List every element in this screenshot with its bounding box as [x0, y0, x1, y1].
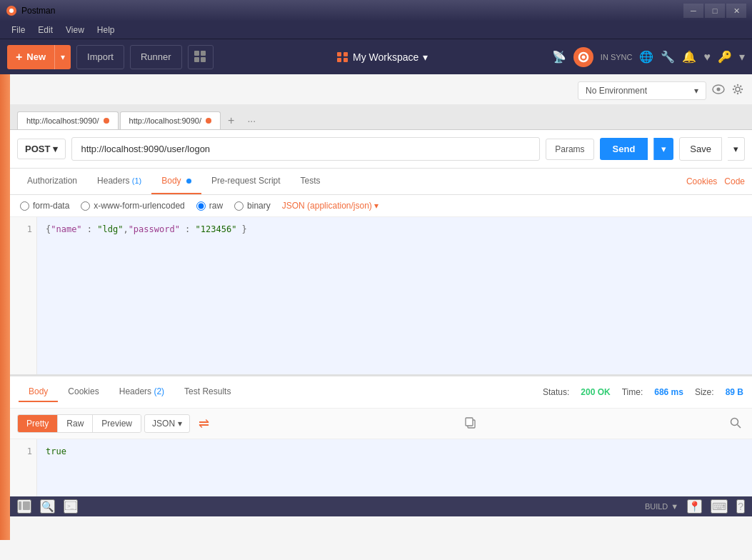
resp-raw-button[interactable]: Raw [58, 415, 93, 432]
resp-tab-headers[interactable]: Headers (2) [109, 382, 174, 402]
close-button[interactable]: ✕ [726, 4, 746, 18]
maximize-button[interactable]: □ [705, 4, 725, 18]
toolbar-right: 📡 IN SYNC 🌐 🔧 🔔 ♥ 🔑 ▾ [552, 47, 745, 67]
postman-icon [6, 5, 17, 16]
headers-badge: (1) [132, 176, 141, 185]
request-tab-1[interactable]: http://localhost:9090/ [17, 111, 119, 129]
tab-headers[interactable]: Headers (1) [87, 169, 151, 194]
method-selector[interactable]: POST ▾ [17, 139, 66, 159]
resp-tab-test-results[interactable]: Test Results [174, 382, 241, 402]
raw-radio[interactable] [196, 201, 206, 211]
url-encoded-radio[interactable] [81, 201, 90, 211]
cookies-link[interactable]: Cookies [686, 176, 717, 186]
wrench-icon[interactable]: 🔧 [661, 50, 675, 64]
help-bottom-button[interactable]: ? [736, 499, 745, 514]
resp-tab-body[interactable]: Body [19, 382, 58, 402]
resp-json-arrow: ▾ [178, 419, 182, 429]
code-content[interactable]: {"name" : "ldg","password" : "123456" } [37, 217, 752, 374]
svg-point-10 [717, 88, 721, 91]
settings-dropdown-icon[interactable]: ▾ [739, 50, 745, 64]
raw-option[interactable]: raw [196, 201, 223, 211]
minimize-button[interactable]: ─ [683, 4, 703, 18]
tab-body[interactable]: Body [151, 169, 201, 194]
svg-text:>_: >_ [67, 503, 74, 509]
runner-button[interactable]: Runner [130, 45, 182, 69]
save-button[interactable]: Save [679, 137, 722, 161]
search-bottom-button[interactable]: 🔍 [40, 499, 55, 514]
satellite-icon[interactable]: 📡 [552, 50, 566, 64]
panel-toggle-button[interactable] [17, 499, 31, 514]
line-number-1: 1 [14, 223, 32, 236]
params-button[interactable]: Params [546, 139, 593, 160]
heart-icon[interactable]: ♥ [703, 51, 711, 64]
svg-point-22 [731, 418, 738, 425]
svg-point-14 [733, 89, 734, 90]
new-button[interactable]: + New ▾ [7, 45, 71, 69]
build-arrow: ▼ [671, 502, 678, 511]
sync-status-badge [573, 47, 593, 67]
add-tab-button[interactable]: + [222, 112, 240, 129]
svg-point-8 [581, 55, 585, 59]
menu-help[interactable]: Help [91, 24, 121, 36]
tab-authorization[interactable]: Authorization [17, 169, 87, 194]
resp-pretty-button[interactable]: Pretty [18, 415, 58, 432]
menu-view[interactable]: View [60, 24, 90, 36]
toolbar: + New ▾ Import Runner My Workspace ▾ 📡 [0, 39, 752, 74]
tab1-url: http://localhost:9090/ [26, 116, 99, 125]
gear-icon [732, 84, 743, 95]
status-label: Status: [543, 387, 569, 397]
resp-code-content[interactable]: true [37, 439, 752, 496]
svg-point-19 [734, 91, 736, 93]
location-button[interactable]: 📍 [687, 499, 702, 514]
environment-selector[interactable]: No Environment ▾ [578, 81, 706, 100]
form-data-radio[interactable] [20, 201, 29, 211]
form-data-option[interactable]: form-data [20, 201, 69, 211]
more-tabs-button[interactable]: ··· [241, 112, 261, 129]
svg-point-15 [741, 89, 743, 90]
environment-section: No Environment ▾ [10, 74, 752, 100]
resp-copy-button[interactable] [461, 414, 480, 434]
workspace-dropdown-arrow: ▾ [423, 51, 428, 63]
env-icons [711, 82, 745, 99]
menu-file[interactable]: File [6, 24, 31, 36]
binary-radio[interactable] [234, 201, 244, 211]
env-settings-button[interactable] [731, 82, 745, 99]
resp-wrap-button[interactable]: ⇌ [193, 413, 215, 434]
sync-button[interactable] [188, 45, 214, 69]
key-icon[interactable]: 🔑 [718, 50, 732, 64]
keyboard-button[interactable]: ⌨ [711, 499, 728, 514]
resp-search-button[interactable] [726, 414, 745, 434]
resp-preview-button[interactable]: Preview [93, 415, 141, 432]
menu-edit[interactable]: Edit [32, 24, 59, 36]
tab-tests[interactable]: Tests [291, 169, 331, 194]
bell-icon[interactable]: 🔔 [682, 50, 696, 64]
send-dropdown-button[interactable]: ▾ [653, 138, 673, 160]
resp-line-1: true [46, 446, 66, 456]
url-input[interactable] [71, 137, 540, 161]
request-tab-2[interactable]: http://localhost:9090/ [120, 111, 221, 129]
code-line-1: {"name" : "ldg","password" : "123456" } [46, 223, 743, 236]
tab1-dot [104, 118, 109, 124]
code-link[interactable]: Code [724, 176, 745, 186]
sync-badge-icon [576, 49, 591, 65]
time-label: Time: [622, 387, 643, 397]
new-button-dropdown[interactable]: ▾ [55, 45, 71, 69]
send-button[interactable]: Send [600, 138, 648, 160]
tab2-url: http://localhost:9090/ [129, 116, 202, 125]
new-button-main[interactable]: + New [7, 45, 55, 69]
url-encoded-option[interactable]: x-www-form-urlencoded [81, 201, 184, 211]
tab-bar: http://localhost:9090/ http://localhost:… [10, 104, 752, 130]
globe-icon[interactable]: 🌐 [639, 50, 653, 64]
binary-option[interactable]: binary [234, 201, 271, 211]
env-eye-button[interactable] [711, 83, 726, 99]
workspace-selector[interactable]: My Workspace ▾ [337, 51, 428, 63]
resp-json-selector[interactable]: JSON ▾ [144, 414, 190, 433]
console-button[interactable]: >_ [64, 499, 78, 514]
import-button[interactable]: Import [76, 45, 124, 69]
tab-pre-request[interactable]: Pre-request Script [201, 169, 291, 194]
json-type-selector[interactable]: JSON (application/json) ▾ [282, 201, 378, 211]
build-badge: BUILD ▼ [645, 502, 678, 511]
resp-line-num-1: 1 [14, 445, 32, 459]
resp-tab-cookies[interactable]: Cookies [58, 382, 109, 402]
save-dropdown-button[interactable]: ▾ [728, 137, 745, 161]
